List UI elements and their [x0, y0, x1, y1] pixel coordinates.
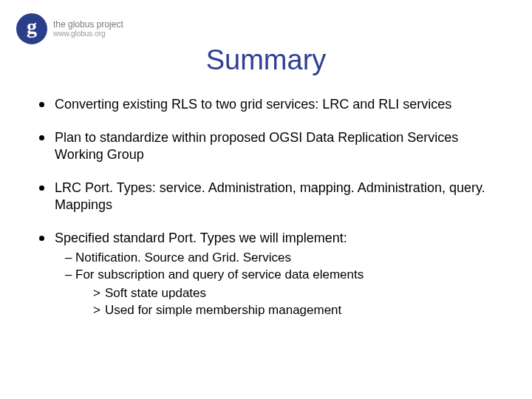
sub2-bullet-text: Soft state updates	[105, 286, 206, 300]
sub2-bullet-item: Soft state updates	[93, 285, 510, 302]
slide-title: Summary	[0, 44, 532, 76]
bullet-text: LRC Port. Types: service. Administration…	[55, 180, 485, 212]
bullet-item: LRC Port. Types: service. Administration…	[35, 180, 510, 214]
bullet-text: Converting existing RLS to two grid serv…	[55, 97, 451, 112]
logo-text: the globus project www.globus.org	[53, 19, 123, 38]
globus-logo-icon	[16, 13, 47, 44]
bullet-text: Plan to standardize within proposed OGSI…	[55, 130, 458, 162]
logo-line2: www.globus.org	[53, 30, 123, 38]
bullet-text: Specified standard Port. Types we will i…	[55, 231, 347, 245]
sub-bullet-item: Notification. Source and Grid. Services	[65, 250, 510, 267]
sub-bullet-text: For subscription and query of service da…	[75, 267, 364, 282]
bullet-item: Plan to standardize within proposed OGSI…	[35, 129, 510, 163]
bullet-item: Converting existing RLS to two grid serv…	[35, 96, 510, 113]
logo-area: the globus project www.globus.org	[16, 13, 123, 44]
logo-line1: the globus project	[53, 19, 123, 30]
sub2-bullet-item: Used for simple membership management	[93, 302, 510, 319]
slide-content: Converting existing RLS to two grid serv…	[35, 96, 510, 325]
sub-bullet-text: Notification. Source and Grid. Services	[75, 250, 291, 265]
bullet-item: Specified standard Port. Types we will i…	[35, 230, 510, 319]
sub-bullet-item: For subscription and query of service da…	[65, 267, 510, 319]
sub2-bullet-text: Used for simple membership management	[105, 303, 341, 317]
